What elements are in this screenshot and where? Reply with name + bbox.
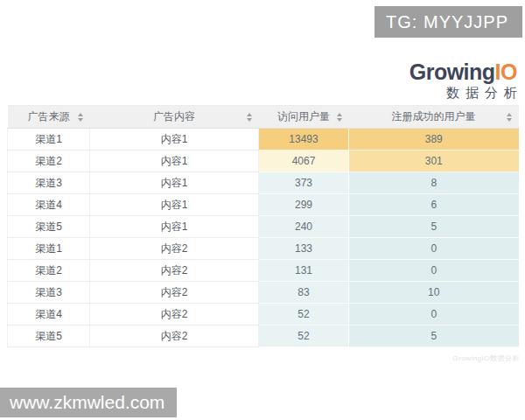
ad-source-cell: 渠道4 [8, 194, 90, 216]
ad-content-cell: 内容1 [90, 129, 259, 150]
sort-icon[interactable] [337, 113, 342, 122]
column-header-ad-content[interactable]: 广告内容 [90, 106, 259, 129]
corner-watermark: GrowingIO数据分析 [452, 354, 520, 363]
growingio-logo: GrowingIO 数据分析 [410, 60, 517, 102]
ad-source-cell: 渠道1 [8, 129, 90, 150]
signups-cell: 389 [349, 129, 519, 150]
ad-source-cell: 渠道5 [8, 216, 90, 238]
ad-source-cell: 渠道4 [8, 304, 90, 326]
visits-cell: 4067 [259, 150, 349, 172]
visits-cell: 373 [259, 172, 349, 194]
sort-icon[interactable] [247, 113, 252, 122]
ad-source-cell: 渠道3 [8, 172, 90, 194]
ad-content-cell: 内容2 [90, 282, 259, 304]
table-row: 渠道2内容21310 [8, 260, 519, 282]
signups-cell: 8 [349, 172, 519, 194]
ad-source-cell: 渠道1 [8, 238, 90, 260]
table-row: 渠道2内容14067301 [8, 150, 519, 172]
table-row: 渠道1内容113493389 [8, 129, 519, 150]
ad-content-cell: 内容2 [90, 260, 259, 282]
column-label: 注册成功的用户量 [392, 110, 476, 122]
visits-cell: 52 [259, 304, 349, 326]
visits-cell: 133 [259, 238, 349, 260]
logo-text-growing: Growing [410, 60, 495, 84]
ad-content-cell: 内容2 [90, 326, 259, 347]
site-watermark: www.zkmwled.com [0, 388, 177, 417]
ad-content-cell: 内容2 [90, 304, 259, 326]
signups-cell: 10 [349, 282, 519, 304]
table-row: 渠道3内容28310 [8, 282, 519, 304]
table-row: 渠道3内容13738 [8, 172, 519, 194]
visits-cell: 52 [259, 326, 349, 347]
table-row: 渠道4内容12996 [8, 194, 519, 216]
signups-cell: 5 [349, 326, 519, 347]
column-label: 访问用户量 [277, 110, 330, 122]
visits-cell: 240 [259, 216, 349, 238]
signups-cell: 5 [349, 216, 519, 238]
table-header-row: 广告来源 广告内容 访问用户量 注册成功的用户量 [8, 106, 519, 129]
column-label: 广告来源 [28, 110, 70, 122]
ad-source-cell: 渠道3 [8, 282, 90, 304]
ad-source-cell: 渠道5 [8, 326, 90, 347]
ad-content-cell: 内容1 [90, 194, 259, 216]
logo-tagline: 数据分析 [410, 85, 523, 102]
ad-content-cell: 内容1 [90, 216, 259, 238]
ad-source-cell: 渠道2 [8, 260, 90, 282]
table-row: 渠道1内容21330 [8, 238, 519, 260]
tg-badge: TG: MYYJJPP [374, 6, 522, 38]
ad-content-cell: 内容1 [90, 150, 259, 172]
column-header-visits[interactable]: 访问用户量 [259, 106, 349, 129]
table-row: 渠道4内容2520 [8, 304, 519, 326]
column-header-signups[interactable]: 注册成功的用户量 [349, 106, 519, 129]
signups-cell: 0 [349, 238, 519, 260]
visits-cell: 131 [259, 260, 349, 282]
ad-channel-table: 广告来源 广告内容 访问用户量 注册成功的用户量 渠道1内容113493389渠… [7, 105, 519, 347]
sort-icon[interactable] [507, 113, 512, 122]
table-row: 渠道5内容2525 [8, 326, 519, 347]
signups-cell: 6 [349, 194, 519, 216]
table-row: 渠道5内容12405 [8, 216, 519, 238]
ad-content-cell: 内容2 [90, 238, 259, 260]
visits-cell: 299 [259, 194, 349, 216]
sort-icon[interactable] [78, 113, 83, 122]
signups-cell: 301 [349, 150, 519, 172]
visits-cell: 83 [259, 282, 349, 304]
ad-content-cell: 内容1 [90, 172, 259, 194]
logo-wordmark: GrowingIO [410, 60, 517, 83]
column-header-ad-source[interactable]: 广告来源 [8, 106, 90, 129]
logo-text-io: IO [495, 60, 517, 84]
page: { "badges": { "tg": "TG: MYYJJPP", "site… [0, 0, 525, 420]
ad-source-cell: 渠道2 [8, 150, 90, 172]
table-body: 渠道1内容113493389渠道2内容14067301渠道3内容13738渠道4… [8, 129, 519, 347]
visits-cell: 13493 [259, 129, 349, 150]
column-label: 广告内容 [153, 110, 195, 122]
signups-cell: 0 [349, 260, 519, 282]
signups-cell: 0 [349, 304, 519, 326]
